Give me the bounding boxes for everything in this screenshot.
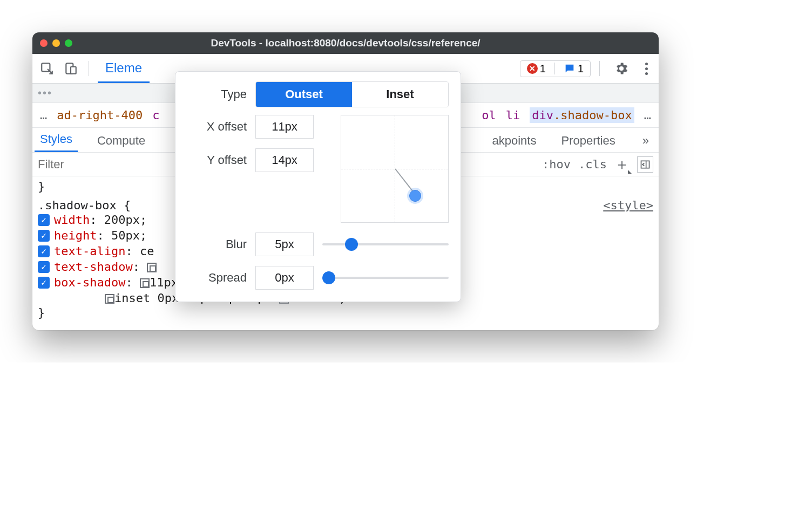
shadow-swatch-icon[interactable] — [140, 278, 150, 288]
yoffset-input[interactable]: 14px — [255, 148, 314, 172]
checkbox-icon[interactable]: ✓ — [38, 261, 50, 273]
console-badges[interactable]: ✕ 1 1 — [520, 60, 591, 77]
inset-button[interactable]: Inset — [352, 82, 448, 107]
divider — [554, 63, 555, 74]
close-window-button[interactable] — [40, 39, 48, 47]
window-controls — [40, 39, 72, 47]
tab-computed[interactable]: Compute — [92, 129, 151, 152]
styles-tools: :hov .cls ＋ — [537, 154, 659, 175]
slider-thumb[interactable] — [345, 238, 358, 251]
spread-input[interactable]: 0px — [255, 266, 314, 290]
messages-count: 1 — [578, 63, 584, 75]
messages-badge[interactable]: 1 — [560, 63, 587, 75]
rule-selector[interactable]: .shadow-box { — [38, 199, 131, 212]
stylesheet-link[interactable]: <style> — [603, 199, 653, 212]
divider — [599, 61, 600, 76]
slider-thumb[interactable] — [322, 271, 335, 284]
spread-slider[interactable] — [322, 271, 449, 284]
type-label: Type — [187, 87, 247, 101]
error-icon: ✕ — [527, 63, 538, 74]
type-segmented-control: Outset Inset — [255, 81, 449, 107]
xy-offset-pad[interactable] — [341, 115, 449, 223]
device-toggle-icon[interactable] — [62, 59, 80, 78]
outset-button[interactable]: Outset — [256, 82, 352, 107]
blur-input[interactable]: 5px — [255, 232, 314, 256]
new-rule-button[interactable]: ＋ — [614, 154, 630, 175]
rule-close-brace: } — [38, 306, 653, 319]
devtools-window: DevTools - localhost:8080/docs/devtools/… — [32, 32, 659, 330]
tab-styles[interactable]: Styles — [35, 128, 78, 152]
checkbox-icon[interactable]: ✓ — [38, 214, 50, 226]
tab-breakpoints[interactable]: akpoints — [487, 129, 542, 152]
ellipsis-icon: ••• — [38, 87, 52, 99]
spread-label: Spread — [187, 271, 247, 285]
shadow-swatch-icon[interactable] — [147, 263, 157, 272]
xoffset-label: X offset — [187, 120, 247, 134]
maximize-window-button[interactable] — [65, 39, 72, 47]
tab-properties[interactable]: Properties — [556, 129, 620, 152]
xoffset-input[interactable]: 11px — [255, 115, 314, 139]
breadcrumb-item[interactable]: c — [152, 108, 159, 122]
offset-handle[interactable] — [409, 190, 421, 202]
error-count: 1 — [540, 63, 546, 75]
hov-toggle[interactable]: :hov — [542, 158, 571, 171]
breadcrumb-item[interactable]: li — [506, 108, 520, 122]
breadcrumb-selected[interactable]: div.shadow-box — [530, 107, 634, 123]
cls-toggle[interactable]: .cls — [578, 158, 607, 171]
breadcrumb-item[interactable]: ad-right-400 — [57, 108, 143, 122]
inspect-element-icon[interactable] — [38, 59, 56, 78]
elements-tab[interactable]: Eleme — [98, 54, 150, 83]
checkbox-icon[interactable]: ✓ — [38, 245, 50, 257]
minimize-window-button[interactable] — [52, 39, 60, 47]
blur-slider[interactable] — [322, 238, 449, 251]
svg-rect-2 — [71, 67, 76, 74]
window-title: DevTools - localhost:8080/docs/devtools/… — [32, 37, 659, 49]
checkbox-icon[interactable]: ✓ — [38, 230, 50, 242]
message-icon — [564, 63, 576, 74]
toggle-sidebar-icon[interactable] — [637, 156, 653, 173]
settings-icon[interactable] — [608, 61, 634, 76]
more-tabs-icon[interactable]: » — [635, 129, 657, 152]
error-badge[interactable]: ✕ 1 — [524, 63, 549, 75]
more-options-icon[interactable] — [640, 63, 653, 75]
breadcrumb-item[interactable]: ol — [482, 108, 496, 122]
checkbox-icon[interactable]: ✓ — [38, 277, 50, 289]
box-shadow-editor-popover: Type Outset Inset X offset 11px Y offset… — [175, 71, 461, 302]
titlebar: DevTools - localhost:8080/docs/devtools/… — [32, 32, 659, 54]
shadow-swatch-icon[interactable] — [105, 294, 114, 304]
divider — [89, 61, 89, 76]
yoffset-label: Y offset — [187, 153, 247, 167]
breadcrumb-more[interactable]: … — [40, 108, 47, 122]
blur-label: Blur — [187, 237, 247, 251]
breadcrumb-more[interactable]: … — [644, 108, 651, 122]
